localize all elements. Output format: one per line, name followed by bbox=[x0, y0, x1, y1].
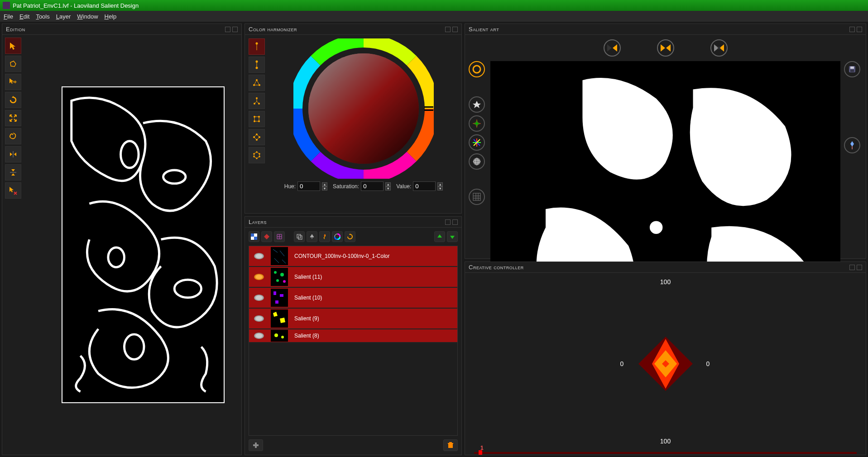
pointer-tool[interactable] bbox=[5, 38, 21, 54]
panel-undock-icon[interactable] bbox=[225, 27, 230, 32]
harmony-hex-button[interactable] bbox=[249, 147, 265, 163]
rotate-tool[interactable] bbox=[5, 92, 21, 108]
menu-file[interactable]: File bbox=[4, 13, 13, 20]
saturation-label: Saturation: bbox=[333, 183, 359, 190]
harmony-triad-button[interactable] bbox=[249, 75, 265, 91]
layer-visibility-toggle[interactable] bbox=[249, 253, 269, 259]
hue-down[interactable]: ▼ bbox=[322, 186, 327, 190]
layer-shape-button[interactable] bbox=[261, 231, 272, 242]
panel-close-icon[interactable] bbox=[452, 27, 458, 32]
svg-point-24 bbox=[259, 136, 260, 138]
layer-delete-button[interactable] bbox=[443, 439, 458, 451]
svg-point-72 bbox=[475, 158, 478, 165]
bowtie-mode-3-button[interactable] bbox=[710, 39, 728, 57]
layer-move-up-button[interactable] bbox=[434, 231, 445, 242]
bowtie-mode-1-button[interactable] bbox=[604, 39, 621, 57]
layer-visibility-toggle[interactable] bbox=[249, 295, 269, 301]
svg-point-32 bbox=[296, 41, 432, 176]
swirl-tool[interactable] bbox=[5, 128, 21, 144]
layer-merge-button[interactable] bbox=[307, 231, 317, 242]
svg-point-15 bbox=[254, 103, 255, 105]
menu-help[interactable]: Help bbox=[105, 13, 117, 20]
layer-move-down-button[interactable] bbox=[447, 231, 458, 242]
layer-grid-button[interactable] bbox=[274, 231, 285, 242]
layer-checker-button[interactable] bbox=[249, 231, 259, 242]
layer-row[interactable]: Salient (8) bbox=[249, 329, 457, 343]
svg-rect-35 bbox=[424, 106, 433, 108]
val-up[interactable]: ▲ bbox=[437, 182, 443, 186]
delete-tool[interactable] bbox=[5, 182, 21, 199]
menu-layer[interactable]: Layer bbox=[56, 13, 71, 20]
sat-down[interactable]: ▼ bbox=[385, 186, 391, 190]
layer-row[interactable]: Salient (10) bbox=[249, 288, 457, 309]
salient-grid-button[interactable] bbox=[469, 189, 485, 205]
svg-point-27 bbox=[259, 153, 260, 155]
layer-fx-button[interactable] bbox=[319, 231, 330, 242]
flip-v-tool[interactable] bbox=[5, 164, 21, 181]
layer-visibility-toggle[interactable] bbox=[249, 315, 269, 322]
layer-visibility-toggle[interactable] bbox=[249, 274, 269, 280]
layer-duplicate-button[interactable] bbox=[294, 231, 305, 242]
layer-row[interactable]: Salient (11) bbox=[249, 267, 457, 288]
menu-window[interactable]: Window bbox=[77, 13, 98, 20]
salient-globe-button[interactable] bbox=[469, 153, 485, 170]
layer-visibility-toggle[interactable] bbox=[249, 333, 269, 339]
svg-rect-39 bbox=[254, 233, 257, 237]
layer-thumbnail bbox=[271, 268, 288, 286]
salient-brush-button[interactable] bbox=[844, 137, 860, 153]
panel-undock-icon[interactable] bbox=[445, 27, 451, 32]
svg-point-43 bbox=[324, 235, 326, 236]
bowtie-mode-2-button[interactable] bbox=[657, 39, 674, 57]
move-tool[interactable] bbox=[5, 74, 21, 90]
menu-edit[interactable]: Edit bbox=[19, 13, 29, 20]
polygon-tool[interactable] bbox=[5, 56, 21, 72]
creative-controller-panel: Creative controller 100 0 0 100 bbox=[465, 262, 866, 455]
salient-star-button[interactable] bbox=[469, 96, 485, 113]
svg-rect-21 bbox=[254, 117, 259, 121]
panel-undock-icon[interactable] bbox=[849, 27, 855, 32]
layer-refresh-button[interactable] bbox=[345, 231, 355, 242]
harmony-square-button[interactable] bbox=[249, 111, 265, 127]
creative-controller-pad[interactable]: 100 0 0 100 1 bbox=[465, 273, 866, 455]
layer-row[interactable]: Salient (9) bbox=[249, 309, 457, 329]
val-down[interactable]: ▼ bbox=[437, 186, 443, 190]
flip-h-tool[interactable] bbox=[5, 146, 21, 162]
salient-ring-button[interactable] bbox=[469, 61, 485, 77]
panel-close-icon[interactable] bbox=[452, 219, 458, 225]
layers-list[interactable]: CONTOUR_100Inv-0-100Inv-0_1-Color Salien… bbox=[249, 246, 458, 436]
title-bar: Pat Patriot_EnvC1.lvf - Laoviland Salien… bbox=[0, 0, 868, 11]
scale-tool[interactable] bbox=[5, 110, 21, 126]
layers-title: Layers bbox=[249, 219, 267, 225]
svg-point-20 bbox=[258, 120, 260, 122]
saturation-input[interactable] bbox=[361, 181, 384, 191]
controller-slider[interactable] bbox=[474, 452, 857, 454]
layer-row[interactable]: CONTOUR_100Inv-0-100Inv-0_1-Color bbox=[249, 246, 457, 267]
edition-canvas[interactable] bbox=[48, 38, 239, 452]
panel-close-icon[interactable] bbox=[857, 265, 862, 270]
sat-up[interactable]: ▲ bbox=[385, 182, 391, 186]
layers-panel: Layers bbox=[245, 216, 462, 455]
hue-input[interactable] bbox=[297, 181, 320, 191]
panel-undock-icon[interactable] bbox=[849, 265, 855, 270]
svg-point-71 bbox=[473, 160, 480, 163]
svg-point-4 bbox=[174, 280, 201, 298]
svg-point-64 bbox=[718, 47, 720, 49]
panel-undock-icon[interactable] bbox=[445, 219, 451, 225]
harmony-complementary-button[interactable] bbox=[249, 57, 265, 73]
salient-save-button[interactable] bbox=[844, 61, 860, 77]
layer-name: CONTOUR_100Inv-0-100Inv-0_1-Color bbox=[290, 253, 457, 259]
harmony-single-button[interactable] bbox=[249, 38, 265, 55]
panel-close-icon[interactable] bbox=[232, 27, 238, 32]
layer-add-button[interactable] bbox=[249, 439, 263, 451]
menu-tools[interactable]: Tools bbox=[36, 13, 49, 20]
color-wheel[interactable] bbox=[293, 38, 434, 179]
salient-star4-button[interactable] bbox=[469, 115, 485, 132]
value-input[interactable] bbox=[413, 181, 436, 191]
layer-color-button[interactable] bbox=[332, 231, 343, 242]
panel-close-icon[interactable] bbox=[857, 27, 862, 32]
hue-up[interactable]: ▲ bbox=[322, 182, 327, 186]
salient-starburst-button[interactable] bbox=[469, 134, 485, 151]
harmony-analogous-button[interactable] bbox=[249, 129, 265, 145]
svg-rect-63 bbox=[449, 442, 452, 443]
harmony-split-button[interactable] bbox=[249, 93, 265, 109]
